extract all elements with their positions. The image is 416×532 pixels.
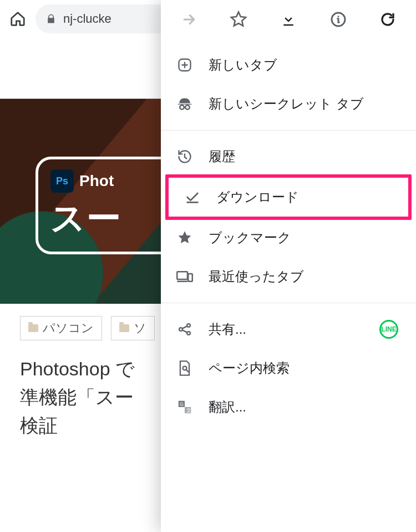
menu-item-label: 最近使ったタブ bbox=[209, 268, 402, 285]
download-button[interactable] bbox=[273, 4, 304, 35]
menu-item-history[interactable]: 履歴 bbox=[161, 137, 416, 176]
star-filled-icon bbox=[175, 230, 194, 245]
page-info-button[interactable] bbox=[323, 4, 354, 35]
menu-item-label: ブックマーク bbox=[209, 229, 402, 247]
svg-rect-4 bbox=[177, 272, 187, 279]
menu-item-translate[interactable]: G文 翻訳... bbox=[161, 388, 416, 426]
menu-separator bbox=[161, 303, 416, 303]
hero-line1: Phot bbox=[79, 172, 114, 190]
info-icon bbox=[329, 11, 347, 28]
menu-item-new-tab[interactable]: 新しいタブ bbox=[161, 46, 416, 84]
menu-list: 新しいタブ 新しいシークレット タブ 履歴 ダウンロード bbox=[161, 39, 416, 433]
menu-item-label: 翻訳... bbox=[209, 398, 402, 416]
menu-item-share[interactable]: 共有... LINE bbox=[161, 310, 416, 349]
history-icon bbox=[175, 149, 194, 164]
url-text: nj-clucke bbox=[63, 12, 111, 26]
svg-point-2 bbox=[180, 106, 184, 110]
incognito-icon bbox=[175, 96, 194, 112]
home-button[interactable] bbox=[8, 9, 28, 29]
forward-arrow-icon bbox=[181, 11, 197, 28]
share-icon bbox=[175, 322, 194, 337]
menu-item-bookmarks[interactable]: ブックマーク bbox=[161, 218, 416, 257]
folder-icon bbox=[28, 324, 38, 332]
category-chip[interactable]: ソ bbox=[111, 316, 155, 340]
menu-item-label: ダウンロード bbox=[216, 188, 394, 206]
translate-icon: G文 bbox=[175, 399, 194, 415]
chrome-overflow-menu: 新しいタブ 新しいシークレット タブ 履歴 ダウンロード bbox=[161, 0, 416, 532]
svg-text:文: 文 bbox=[186, 408, 191, 413]
svg-text:G: G bbox=[180, 401, 184, 407]
reload-icon bbox=[379, 11, 396, 28]
find-in-page-icon bbox=[175, 360, 194, 377]
download-icon bbox=[280, 11, 297, 28]
menu-item-label: 新しいタブ bbox=[209, 56, 402, 74]
photoshop-icon: Ps bbox=[50, 169, 74, 193]
svg-point-3 bbox=[185, 106, 190, 110]
chip-label: ソ bbox=[134, 320, 146, 337]
folder-icon bbox=[119, 324, 129, 332]
menu-item-find-in-page[interactable]: ページ内検索 bbox=[161, 349, 416, 388]
forward-button[interactable] bbox=[174, 4, 205, 35]
menu-item-incognito-tab[interactable]: 新しいシークレット タブ bbox=[161, 84, 416, 123]
menu-item-downloads[interactable]: ダウンロード bbox=[169, 178, 408, 217]
reload-button[interactable] bbox=[372, 4, 403, 35]
line-app-icon: LINE bbox=[379, 320, 398, 339]
menu-item-label: 履歴 bbox=[209, 148, 402, 165]
download-check-icon bbox=[183, 189, 202, 205]
menu-item-label: 新しいシークレット タブ bbox=[209, 95, 402, 113]
home-icon bbox=[9, 11, 26, 27]
menu-item-label: 共有... bbox=[209, 320, 365, 338]
category-chip[interactable]: パソコン bbox=[20, 316, 102, 340]
menu-item-recent-tabs[interactable]: 最近使ったタブ bbox=[161, 257, 416, 296]
svg-rect-5 bbox=[188, 274, 192, 282]
plus-box-icon bbox=[175, 57, 194, 73]
menu-separator bbox=[161, 130, 416, 131]
lock-icon bbox=[45, 13, 57, 25]
devices-icon bbox=[175, 269, 194, 284]
star-icon bbox=[230, 11, 247, 28]
bookmark-star-button[interactable] bbox=[223, 4, 254, 35]
menu-item-label: ページ内検索 bbox=[209, 359, 402, 377]
download-highlight-annotation: ダウンロード bbox=[165, 174, 412, 220]
chip-label: パソコン bbox=[43, 320, 94, 337]
menu-toolbar bbox=[161, 0, 416, 39]
